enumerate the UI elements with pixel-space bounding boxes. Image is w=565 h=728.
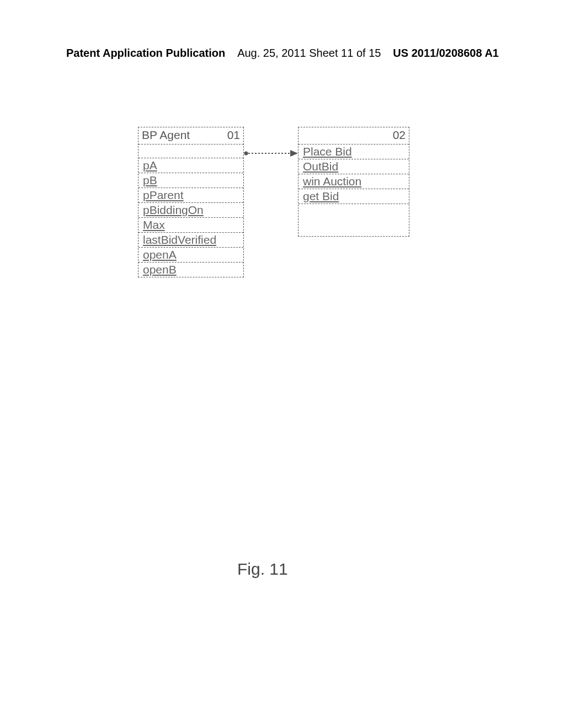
box-left-spacer — [138, 144, 243, 158]
svg-point-0 — [244, 152, 248, 156]
attribute-row: pB — [138, 173, 243, 188]
attribute-row: openB — [138, 262, 243, 277]
header-left: Patent Application Publication — [66, 47, 225, 60]
attribute-row: lastBidVerified — [138, 232, 243, 247]
page-header: Patent Application Publication Aug. 25, … — [66, 47, 499, 60]
attribute-row: openA — [138, 247, 243, 262]
header-center: Aug. 25, 2011 Sheet 11 of 15 — [237, 47, 381, 60]
header-right: US 2011/0208608 A1 — [393, 47, 499, 60]
attribute-row: pParent — [138, 188, 243, 202]
attribute-row: pBiddingOn — [138, 202, 243, 217]
box-left-number: 01 — [227, 129, 240, 142]
method-row: OutBid — [299, 159, 409, 174]
class-box-right: 02 Place Bid OutBid win Auction get Bid — [298, 127, 409, 237]
method-row: win Auction — [299, 174, 409, 189]
box-right-title-row: 02 — [299, 127, 409, 144]
attribute-row: pA — [138, 158, 243, 173]
box-right-spacer — [299, 204, 409, 236]
box-left-title: BP Agent — [142, 129, 190, 142]
figure-label: Fig. 11 — [237, 560, 288, 579]
attribute-row: Max — [138, 217, 243, 232]
method-row: Place Bid — [299, 144, 409, 159]
method-row: get Bid — [299, 189, 409, 204]
association-arrow-icon — [243, 149, 299, 158]
svg-marker-2 — [290, 150, 298, 157]
box-left-title-row: BP Agent 01 — [138, 127, 243, 144]
class-box-left: BP Agent 01 pA pB pParent pBiddingOn Max… — [138, 127, 244, 277]
box-right-number: 02 — [393, 129, 406, 142]
